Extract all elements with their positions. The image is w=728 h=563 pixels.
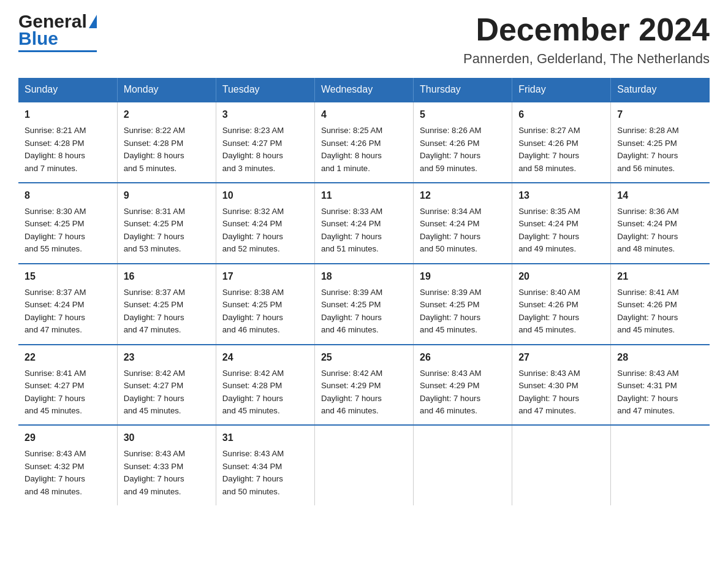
- day-info: Sunrise: 8:43 AMSunset: 4:30 PMDaylight:…: [518, 369, 580, 415]
- day-info: Sunrise: 8:38 AMSunset: 4:25 PMDaylight:…: [222, 288, 284, 334]
- logo-triangle-icon: [89, 15, 97, 28]
- week-row-2: 8 Sunrise: 8:30 AMSunset: 4:25 PMDayligh…: [18, 183, 710, 264]
- day-info: Sunrise: 8:39 AMSunset: 4:25 PMDaylight:…: [321, 288, 382, 334]
- header-wednesday: Wednesday: [314, 78, 413, 102]
- day-info: Sunrise: 8:30 AMSunset: 4:25 PMDaylight:…: [25, 207, 86, 253]
- day-cell: 12 Sunrise: 8:34 AMSunset: 4:24 PMDaylig…: [414, 183, 512, 264]
- day-cell: 9 Sunrise: 8:31 AMSunset: 4:25 PMDayligh…: [117, 183, 216, 264]
- day-number: 15: [25, 269, 111, 284]
- day-cell: [611, 425, 710, 505]
- day-cell: 16 Sunrise: 8:37 AMSunset: 4:25 PMDaylig…: [117, 264, 216, 345]
- day-number: 20: [518, 269, 604, 284]
- day-cell: 29 Sunrise: 8:43 AMSunset: 4:32 PMDaylig…: [18, 425, 117, 505]
- day-info: Sunrise: 8:43 AMSunset: 4:32 PMDaylight:…: [25, 449, 86, 496]
- day-cell: 22 Sunrise: 8:41 AMSunset: 4:27 PMDaylig…: [18, 345, 117, 426]
- day-cell: 10 Sunrise: 8:32 AMSunset: 4:24 PMDaylig…: [216, 183, 314, 264]
- day-cell: 30 Sunrise: 8:43 AMSunset: 4:33 PMDaylig…: [117, 425, 216, 505]
- day-cell: 4 Sunrise: 8:25 AMSunset: 4:26 PMDayligh…: [314, 102, 413, 183]
- day-number: 2: [124, 107, 210, 122]
- calendar-header: SundayMondayTuesdayWednesdayThursdayFrid…: [18, 78, 710, 102]
- day-number: 11: [321, 188, 407, 203]
- day-number: 5: [420, 107, 506, 122]
- day-number: 24: [222, 350, 308, 365]
- day-cell: [314, 425, 413, 505]
- day-info: Sunrise: 8:21 AMSunset: 4:28 PMDaylight:…: [25, 126, 86, 172]
- day-cell: 2 Sunrise: 8:22 AMSunset: 4:28 PMDayligh…: [117, 102, 216, 183]
- day-number: 23: [124, 350, 210, 365]
- day-number: 10: [222, 188, 308, 203]
- day-cell: 8 Sunrise: 8:30 AMSunset: 4:25 PMDayligh…: [18, 183, 117, 264]
- day-cell: 15 Sunrise: 8:37 AMSunset: 4:24 PMDaylig…: [18, 264, 117, 345]
- day-number: 16: [124, 269, 210, 284]
- day-cell: 20 Sunrise: 8:40 AMSunset: 4:26 PMDaylig…: [512, 264, 611, 345]
- day-info: Sunrise: 8:43 AMSunset: 4:31 PMDaylight:…: [617, 369, 678, 415]
- day-number: 1: [25, 107, 111, 122]
- day-number: 14: [617, 188, 703, 203]
- day-info: Sunrise: 8:40 AMSunset: 4:26 PMDaylight:…: [518, 288, 580, 334]
- day-info: Sunrise: 8:37 AMSunset: 4:24 PMDaylight:…: [25, 288, 86, 334]
- logo: General Blue: [18, 12, 97, 52]
- logo-underline: [18, 50, 97, 52]
- day-info: Sunrise: 8:28 AMSunset: 4:25 PMDaylight:…: [617, 126, 678, 172]
- day-number: 3: [222, 107, 308, 122]
- week-row-3: 15 Sunrise: 8:37 AMSunset: 4:24 PMDaylig…: [18, 264, 710, 345]
- day-number: 13: [518, 188, 604, 203]
- day-number: 6: [518, 107, 604, 122]
- day-cell: 23 Sunrise: 8:42 AMSunset: 4:27 PMDaylig…: [117, 345, 216, 426]
- day-number: 17: [222, 269, 308, 284]
- day-info: Sunrise: 8:42 AMSunset: 4:28 PMDaylight:…: [222, 369, 284, 415]
- day-cell: 3 Sunrise: 8:23 AMSunset: 4:27 PMDayligh…: [216, 102, 314, 183]
- header-saturday: Saturday: [611, 78, 710, 102]
- day-cell: 11 Sunrise: 8:33 AMSunset: 4:24 PMDaylig…: [314, 183, 413, 264]
- day-info: Sunrise: 8:32 AMSunset: 4:24 PMDaylight:…: [222, 207, 284, 253]
- day-number: 27: [518, 350, 604, 365]
- page-title: December 2024: [463, 12, 710, 47]
- day-number: 4: [321, 107, 407, 122]
- calendar-table: SundayMondayTuesdayWednesdayThursdayFrid…: [18, 78, 710, 505]
- day-cell: 27 Sunrise: 8:43 AMSunset: 4:30 PMDaylig…: [512, 345, 611, 426]
- day-cell: 24 Sunrise: 8:42 AMSunset: 4:28 PMDaylig…: [216, 345, 314, 426]
- day-cell: 13 Sunrise: 8:35 AMSunset: 4:24 PMDaylig…: [512, 183, 611, 264]
- day-cell: 21 Sunrise: 8:41 AMSunset: 4:26 PMDaylig…: [611, 264, 710, 345]
- day-cell: 7 Sunrise: 8:28 AMSunset: 4:25 PMDayligh…: [611, 102, 710, 183]
- day-cell: 19 Sunrise: 8:39 AMSunset: 4:25 PMDaylig…: [414, 264, 512, 345]
- day-number: 9: [124, 188, 210, 203]
- week-row-1: 1 Sunrise: 8:21 AMSunset: 4:28 PMDayligh…: [18, 102, 710, 183]
- day-info: Sunrise: 8:33 AMSunset: 4:24 PMDaylight:…: [321, 207, 382, 253]
- day-info: Sunrise: 8:35 AMSunset: 4:24 PMDaylight:…: [518, 207, 580, 253]
- day-info: Sunrise: 8:34 AMSunset: 4:24 PMDaylight:…: [420, 207, 481, 253]
- day-info: Sunrise: 8:25 AMSunset: 4:26 PMDaylight:…: [321, 126, 382, 172]
- day-info: Sunrise: 8:43 AMSunset: 4:33 PMDaylight:…: [124, 449, 185, 496]
- day-cell: 5 Sunrise: 8:26 AMSunset: 4:26 PMDayligh…: [414, 102, 512, 183]
- header-monday: Monday: [117, 78, 216, 102]
- day-cell: 1 Sunrise: 8:21 AMSunset: 4:28 PMDayligh…: [18, 102, 117, 183]
- day-info: Sunrise: 8:41 AMSunset: 4:26 PMDaylight:…: [617, 288, 678, 334]
- day-info: Sunrise: 8:43 AMSunset: 4:29 PMDaylight:…: [420, 369, 481, 415]
- day-number: 29: [25, 431, 111, 445]
- header-thursday: Thursday: [414, 78, 512, 102]
- header-tuesday: Tuesday: [216, 78, 314, 102]
- day-number: 30: [124, 431, 210, 445]
- day-number: 31: [222, 431, 308, 445]
- header-sunday: Sunday: [18, 78, 117, 102]
- header-friday: Friday: [512, 78, 611, 102]
- day-number: 26: [420, 350, 506, 365]
- calendar-body: 1 Sunrise: 8:21 AMSunset: 4:28 PMDayligh…: [18, 102, 710, 505]
- day-number: 12: [420, 188, 506, 203]
- day-number: 25: [321, 350, 407, 365]
- day-info: Sunrise: 8:41 AMSunset: 4:27 PMDaylight:…: [25, 369, 86, 415]
- day-cell: 6 Sunrise: 8:27 AMSunset: 4:26 PMDayligh…: [512, 102, 611, 183]
- day-cell: 14 Sunrise: 8:36 AMSunset: 4:24 PMDaylig…: [611, 183, 710, 264]
- day-info: Sunrise: 8:37 AMSunset: 4:25 PMDaylight:…: [124, 288, 185, 334]
- week-row-4: 22 Sunrise: 8:41 AMSunset: 4:27 PMDaylig…: [18, 345, 710, 426]
- day-number: 8: [25, 188, 111, 203]
- day-number: 7: [617, 107, 703, 122]
- header-row: SundayMondayTuesdayWednesdayThursdayFrid…: [18, 78, 710, 102]
- day-cell: 17 Sunrise: 8:38 AMSunset: 4:25 PMDaylig…: [216, 264, 314, 345]
- day-number: 18: [321, 269, 407, 284]
- page-header: General Blue December 2024 Pannerden, Ge…: [18, 12, 710, 67]
- day-info: Sunrise: 8:39 AMSunset: 4:25 PMDaylight:…: [420, 288, 481, 334]
- day-number: 21: [617, 269, 703, 284]
- day-info: Sunrise: 8:27 AMSunset: 4:26 PMDaylight:…: [518, 126, 580, 172]
- page-subtitle: Pannerden, Gelderland, The Netherlands: [463, 51, 710, 67]
